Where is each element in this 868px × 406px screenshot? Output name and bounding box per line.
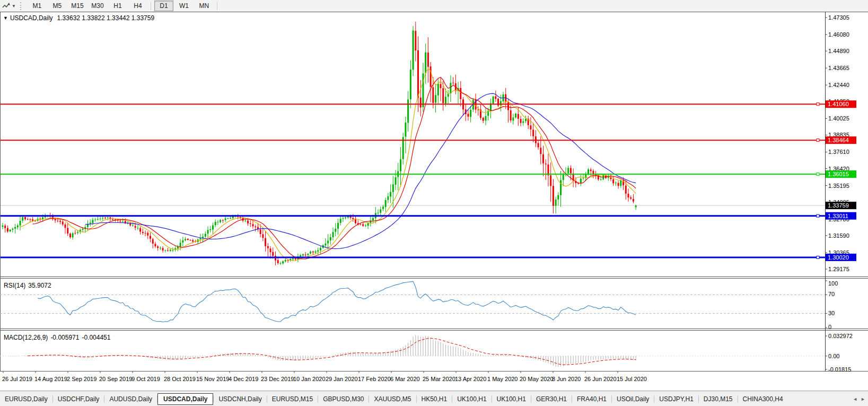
time-axis-label: 15 Jul 2020 bbox=[617, 376, 647, 382]
tab-fra40-h1[interactable]: FRA40,H1 bbox=[572, 394, 611, 404]
svg-text:1.41060: 1.41060 bbox=[828, 101, 849, 107]
rsi-value: 35.9072 bbox=[28, 282, 51, 289]
tab-usoil-daily[interactable]: USOil,Daily bbox=[612, 394, 654, 404]
time-axis-label: 26 Jul 2019 bbox=[2, 376, 32, 382]
tab-uk100-h1[interactable]: UK100,H1 bbox=[492, 394, 531, 404]
price-axis-chip: 1.33011 bbox=[826, 212, 856, 220]
time-axis-label: 13 Apr 2020 bbox=[455, 376, 486, 382]
time-axis-label: 20 Sep 2019 bbox=[99, 376, 132, 382]
timeframe-button-h1[interactable]: H1 bbox=[108, 1, 127, 11]
tab-ger30-h1[interactable]: GER30,H1 bbox=[531, 394, 572, 404]
tab-hk50-h1[interactable]: HK50,H1 bbox=[417, 394, 452, 404]
macd-signal-value: -0.004451 bbox=[82, 334, 110, 341]
line-drag-handle bbox=[817, 103, 819, 106]
macd-name: MACD(12,26,9) bbox=[4, 334, 48, 341]
toolbar-separator bbox=[217, 2, 217, 10]
candles-layer bbox=[2, 22, 637, 265]
price-axis-label: 1.43665 bbox=[828, 65, 849, 71]
svg-text:1.33011: 1.33011 bbox=[828, 213, 848, 219]
price-axis-label: 1.40025 bbox=[828, 115, 849, 122]
tab-uk100-h1[interactable]: UK100,H1 bbox=[452, 394, 491, 404]
time-axis-label: 8 Jun 2020 bbox=[552, 376, 581, 382]
tab-scroll-right-icon[interactable]: ► bbox=[861, 396, 865, 402]
tab-usdjpy-h1[interactable]: USDJPY,H1 bbox=[654, 394, 698, 404]
macd-signal-line bbox=[28, 338, 636, 365]
timeframe-button-m5[interactable]: M5 bbox=[48, 1, 67, 11]
time-axis-label: 26 Jun 2020 bbox=[584, 376, 617, 382]
main-toolbar: ▼ M1M5M15M30H1H4D1W1MN bbox=[0, 0, 868, 12]
line-drag-handle bbox=[817, 256, 819, 258]
time-axis: 26 Jul 201914 Aug 20192 Sep 201920 Sep 2… bbox=[2, 371, 647, 382]
rsi-axis-label: 100 bbox=[828, 280, 838, 287]
time-axis-label: 9 Oct 2019 bbox=[131, 376, 160, 382]
price-axis-label: 1.46080 bbox=[828, 31, 849, 38]
tab-usdcnh-daily[interactable]: USDCNH,Daily bbox=[214, 394, 266, 404]
tab-gbpusd-m30[interactable]: GBPUSD,M30 bbox=[318, 394, 369, 404]
time-axis-label: 28 Oct 2019 bbox=[164, 376, 196, 382]
rsi-indicator-label: RSI(14)35.9072 bbox=[4, 282, 51, 289]
tab-usdcad-daily[interactable]: USDCAD,Daily bbox=[157, 393, 213, 405]
time-axis-label: 25 Mar 2020 bbox=[423, 376, 455, 382]
price-axis-chip: 1.30020 bbox=[826, 254, 856, 261]
time-axis-label: 17 Feb 2020 bbox=[358, 376, 391, 382]
line-drag-handle bbox=[817, 173, 819, 176]
timeframe-button-m30[interactable]: M30 bbox=[88, 1, 107, 11]
timeframe-button-w1[interactable]: W1 bbox=[174, 1, 194, 11]
price-axis-label: 1.42440 bbox=[828, 82, 849, 88]
price-axis-label: 1.47305 bbox=[828, 14, 849, 21]
tab-eurusd-m15[interactable]: EURUSD,M15 bbox=[267, 394, 318, 404]
chart-canvas[interactable]: 1.473051.460801.448901.436651.424401.412… bbox=[0, 12, 868, 391]
chart-title: ▼USDCAD,Daily1.33632 1.33822 1.33442 1.3… bbox=[3, 14, 154, 22]
svg-text:1.38464: 1.38464 bbox=[828, 137, 849, 143]
rsi-axis-label: 0 bbox=[828, 324, 831, 330]
time-axis-label: 20 May 2020 bbox=[520, 376, 554, 382]
price-axis-chip: 1.38464 bbox=[826, 136, 856, 144]
macd-axis-label: 0.032972 bbox=[828, 333, 853, 339]
moving-average-line-34 bbox=[85, 93, 636, 249]
svg-text:1.33759: 1.33759 bbox=[828, 202, 849, 209]
time-axis-label: 4 Dec 2019 bbox=[229, 376, 258, 382]
tab-eurusd-daily[interactable]: EURUSD,Daily bbox=[0, 394, 52, 404]
chart-dropdown-marker-icon[interactable]: ▼ bbox=[3, 15, 8, 21]
timeframe-buttons-group: M1M5M15M30H1H4D1W1MN bbox=[27, 1, 220, 11]
price-axis-chip: 1.36015 bbox=[826, 170, 856, 178]
line-drag-handle bbox=[817, 214, 819, 217]
tab-scroll-controls: ◄► bbox=[853, 396, 865, 402]
tab-china300-h4[interactable]: CHINA300,H4 bbox=[738, 394, 788, 404]
time-axis-label: 1 May 2020 bbox=[487, 376, 518, 382]
timeframe-button-d1[interactable]: D1 bbox=[154, 1, 173, 11]
macd-axis-label: -0.01815 bbox=[828, 366, 851, 373]
tab-dj30-m15[interactable]: DJ30,M15 bbox=[699, 394, 738, 404]
chart-cursor-tool[interactable]: ▼ bbox=[2, 2, 16, 10]
rsi-line bbox=[38, 281, 636, 322]
toolbar-grip[interactable] bbox=[20, 2, 23, 10]
time-axis-label: 10 Jan 2020 bbox=[293, 376, 326, 382]
timeframe-button-h4[interactable]: H4 bbox=[128, 1, 147, 11]
chart-symbol-label: USDCAD,Daily bbox=[10, 14, 53, 22]
rsi-axis-label: 30 bbox=[828, 310, 835, 316]
timeframe-button-m1[interactable]: M1 bbox=[28, 1, 47, 11]
timeframe-button-mn[interactable]: MN bbox=[195, 1, 214, 11]
time-axis-label: 2 Sep 2019 bbox=[67, 376, 97, 382]
tab-audusd-daily[interactable]: AUDUSD,Daily bbox=[104, 394, 157, 404]
macd-main-value: -0.005971 bbox=[50, 334, 79, 341]
rsi-name: RSI(14) bbox=[4, 282, 25, 289]
tab-scroll-left-icon[interactable]: ◄ bbox=[853, 396, 857, 402]
price-axis-label: 1.31590 bbox=[828, 232, 849, 239]
macd-indicator-label: MACD(12,26,9)-0.005971-0.004451 bbox=[4, 334, 110, 341]
tab-usdchf-daily[interactable]: USDCHF,Daily bbox=[53, 394, 104, 404]
time-axis-label: 29 Jan 2020 bbox=[326, 376, 358, 382]
chart-region: 1.473051.460801.448901.436651.424401.412… bbox=[0, 12, 868, 391]
chevron-down-icon: ▼ bbox=[12, 4, 16, 8]
chart-cursor-icon bbox=[2, 2, 11, 10]
svg-text:1.36015: 1.36015 bbox=[828, 171, 849, 177]
timeframe-button-m15[interactable]: M15 bbox=[68, 1, 87, 11]
rsi-axis-label: 70 bbox=[828, 291, 835, 297]
tab-xauusd-m5[interactable]: XAUUSD,M5 bbox=[369, 394, 416, 404]
chart-ohlc-values: 1.33632 1.33822 1.33442 1.33759 bbox=[57, 14, 155, 22]
macd-axis-label: 0.00 bbox=[828, 353, 839, 359]
toolbar-separator bbox=[151, 2, 151, 10]
time-axis-label: 14 Aug 2019 bbox=[34, 376, 67, 382]
time-axis-label: 23 Dec 2019 bbox=[261, 376, 294, 382]
time-axis-label: 6 Mar 2020 bbox=[390, 376, 420, 382]
